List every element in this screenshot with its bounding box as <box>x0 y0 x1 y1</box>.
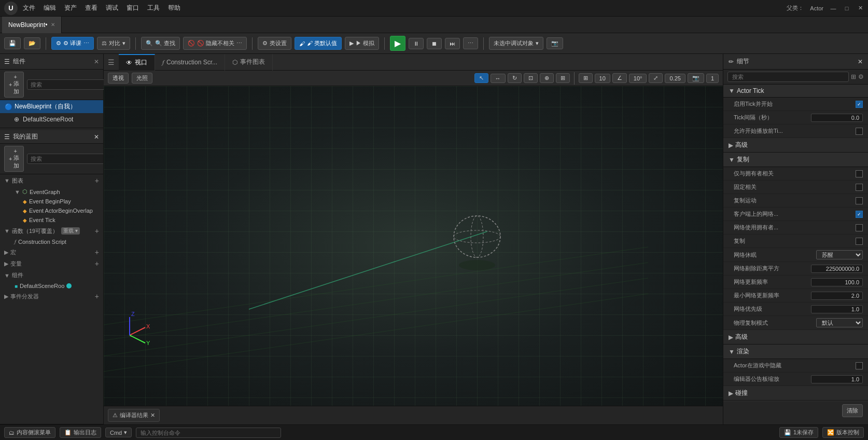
class-settings-button[interactable]: ⚙ 类设置 <box>258 37 291 50</box>
output-log-button[interactable]: 📋 输出日志 <box>60 427 101 438</box>
event-tick[interactable]: ◆ Event Tick <box>0 215 103 225</box>
hide-unrelated-button[interactable]: 🚫 🚫 隐藏不相关 ⋯ <box>183 37 247 50</box>
compile-button[interactable]: ⚙ ⚙ 译课 ⋯ <box>51 37 94 50</box>
tab-viewport[interactable]: 👁 视口 <box>119 54 155 71</box>
section-rendering[interactable]: ▼ 渲染 <box>723 345 868 359</box>
clear-button[interactable]: 清除 <box>842 404 863 417</box>
override-button[interactable]: 重载 ▾ <box>61 227 80 235</box>
section-replication[interactable]: ▼ 复制 <box>723 153 868 167</box>
cmd-button[interactable]: Cmd ▾ <box>105 428 132 437</box>
blueprint-panel-close[interactable]: ✕ <box>94 133 99 141</box>
menu-file[interactable]: 文件 <box>23 4 35 12</box>
hidden-ingame-checkbox[interactable] <box>856 362 863 369</box>
diff-button[interactable]: ⚖ 对比 ▾ <box>97 37 130 50</box>
phys-rep-mode-dropdown[interactable]: 默认 物理 <box>816 318 863 327</box>
section-advanced-2[interactable]: ▶ 高级 <box>723 330 868 345</box>
menu-debug[interactable]: 调试 <box>106 4 118 12</box>
play-button[interactable]: ▶ <box>390 36 405 51</box>
net-owner-checkbox[interactable] <box>856 224 863 231</box>
class-defaults-button[interactable]: 🖌 🖌 类默认值 <box>295 37 342 50</box>
grid-size[interactable]: 10 <box>595 74 610 83</box>
components-close-button[interactable]: ✕ <box>94 58 99 65</box>
menu-view[interactable]: 查看 <box>85 4 97 12</box>
add-dispatcher-button[interactable]: + <box>95 292 99 300</box>
section-macros[interactable]: ▶ 宏 + <box>0 246 103 258</box>
event-actoroverlap[interactable]: ◆ Event ActorBeginOverlap <box>0 206 103 215</box>
angle-value[interactable]: 10° <box>629 74 647 83</box>
debug-target-button[interactable]: 未选中调试对象 ▾ <box>489 37 543 50</box>
defaultsceneroot-var[interactable]: ■ DefaultSceneRoo <box>0 281 103 291</box>
layer-value[interactable]: 1 <box>706 74 719 83</box>
play-more-button[interactable]: ⋯ <box>463 37 478 49</box>
tab-close-icon[interactable]: ✕ <box>51 22 55 28</box>
construction-script-item[interactable]: 𝑓 Construction Script <box>0 237 103 246</box>
section-components-header[interactable]: ▼ 组件 <box>0 269 103 281</box>
section-actor-tick[interactable]: ▼ Actor Tick <box>723 85 868 98</box>
select-mode-button[interactable]: ↖ <box>474 73 488 83</box>
tick-interval-input[interactable] <box>811 114 863 122</box>
component-item-defaultsceneroot[interactable]: ⊕ DefaultSceneRoot <box>0 113 103 126</box>
compile-more-icon[interactable]: ⋯ <box>83 40 89 47</box>
diff-dropdown-icon[interactable]: ▾ <box>122 40 125 47</box>
rep-owner-only-checkbox[interactable] <box>856 170 863 177</box>
find-button[interactable]: 🔍 🔍 查找 <box>141 37 180 50</box>
section-vars[interactable]: ▶ 变量 + <box>0 258 103 269</box>
details-settings-icon[interactable]: ⚙ <box>858 73 864 80</box>
section-event-dispatchers[interactable]: ▶ 事件分发器 + <box>0 291 103 302</box>
move-button[interactable]: ↔ <box>491 74 506 83</box>
rep-checkbox[interactable] <box>856 238 863 245</box>
transform-button[interactable]: ⊕ <box>540 73 554 83</box>
surface-button[interactable]: ⊞ <box>556 73 570 83</box>
close-button[interactable]: ✕ <box>857 5 864 12</box>
browse-button[interactable]: 📂 <box>24 37 40 49</box>
compiler-close-button[interactable]: ✕ <box>150 412 155 419</box>
scale-button[interactable]: ⊡ <box>524 73 538 83</box>
add-blueprint-button[interactable]: + + 添加 <box>4 146 24 172</box>
add-function-button[interactable]: + <box>95 227 99 235</box>
net-dormancy-dropdown[interactable]: 苏醒 休眠 初始 <box>816 250 863 259</box>
save-button[interactable]: 💾 <box>4 37 21 49</box>
tab-event-graph[interactable]: ⬡ 事件图表 <box>225 54 273 71</box>
lighting-button[interactable]: 光照 <box>132 73 152 84</box>
scale-value[interactable]: 0.25 <box>665 74 685 83</box>
details-close-button[interactable]: ✕ <box>858 58 863 65</box>
menu-help[interactable]: 帮助 <box>168 4 180 12</box>
content-browser-button[interactable]: 🗂 内容侧滚菜单 <box>4 427 55 438</box>
rotate-button[interactable]: ↻ <box>508 73 522 83</box>
simulate-button[interactable]: ▶ ▶ 模拟 <box>345 37 379 50</box>
perspective-button[interactable]: 透视 <box>108 73 129 84</box>
event-beginplay[interactable]: ◆ Event BeginPlay <box>0 197 103 206</box>
minimize-button[interactable]: — <box>830 5 837 12</box>
camera-button[interactable]: 📷 <box>547 37 563 49</box>
net-priority-input[interactable] <box>811 305 863 313</box>
cmd-input[interactable] <box>136 428 281 438</box>
blueprint-search-input[interactable] <box>27 154 103 164</box>
net-load-checkbox[interactable] <box>856 211 863 218</box>
section-collision[interactable]: ▶ 碰撞 <box>723 386 868 401</box>
details-search-input[interactable] <box>727 72 849 82</box>
menu-tools[interactable]: 工具 <box>147 4 160 12</box>
component-item-newblueprint[interactable]: 🔵 NewBlueprint（自我） <box>0 100 103 113</box>
section-graphs-header[interactable]: ▼ 图表 + <box>0 174 103 187</box>
skip-button[interactable]: ⏭ <box>445 38 460 49</box>
add-var-button[interactable]: + <box>95 259 99 268</box>
details-grid-icon[interactable]: ⊞ <box>851 73 856 80</box>
maximize-button[interactable]: □ <box>843 5 850 12</box>
version-control-button[interactable]: 🔀 版本控制 <box>822 427 864 438</box>
compiler-results-tab[interactable]: ⚠ 编译器结果 ✕ <box>108 409 160 422</box>
add-macro-button[interactable]: + <box>95 248 99 256</box>
add-component-button[interactable]: + + 添加 <box>4 72 24 98</box>
net-update-freq-input[interactable] <box>811 278 863 286</box>
component-search-input[interactable] <box>27 79 106 90</box>
editor-billboard-input[interactable] <box>811 375 863 383</box>
rep-always-checkbox[interactable] <box>856 184 863 191</box>
section-advanced-1[interactable]: ▶ 高级 <box>723 138 868 153</box>
camera-layer[interactable]: 📷 <box>688 73 704 83</box>
tick-allowbeginplay-checkbox[interactable] <box>856 128 863 135</box>
menu-asset[interactable]: 资产 <box>64 4 77 12</box>
net-cull-input[interactable] <box>811 265 863 273</box>
add-graph-button[interactable]: + <box>95 176 99 185</box>
scale-toggle[interactable]: ⤢ <box>649 73 663 83</box>
angle-toggle[interactable]: ∠ <box>612 73 627 83</box>
eventgraph-item[interactable]: ▼ ⬡ EventGraph <box>0 187 103 197</box>
